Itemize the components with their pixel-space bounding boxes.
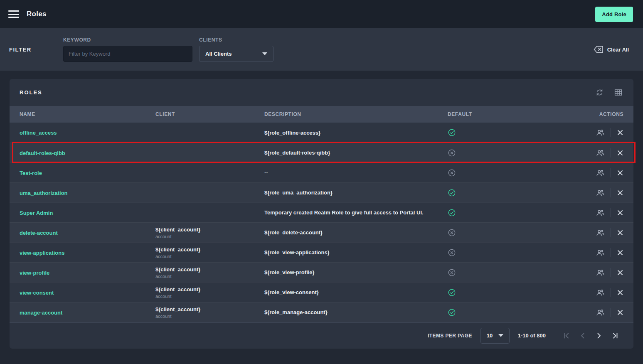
roles-card-header: ROLES xyxy=(10,79,633,106)
pagination-bar: ITEMS PER PAGE 10 1-10 of 800 xyxy=(10,322,633,349)
items-per-page-label: ITEMS PER PAGE xyxy=(428,333,472,339)
client-id: account xyxy=(155,254,264,259)
delete-role-icon[interactable] xyxy=(617,289,623,296)
default-true-icon xyxy=(448,128,456,137)
role-name-link[interactable]: uma_authorization xyxy=(20,190,68,196)
delete-role-icon[interactable] xyxy=(617,129,623,136)
table-row: view-consent ${client_account} account $… xyxy=(10,282,633,302)
default-false-icon xyxy=(448,149,456,157)
refresh-icon[interactable] xyxy=(595,88,604,97)
add-role-button[interactable]: Add Role xyxy=(595,7,633,22)
actions-divider xyxy=(611,248,611,257)
actions-divider xyxy=(611,308,611,317)
delete-role-icon[interactable] xyxy=(617,309,623,316)
client-name: ${client_account} xyxy=(155,246,264,253)
assign-users-icon[interactable] xyxy=(596,209,605,217)
clear-all-label: Clear All xyxy=(607,47,629,53)
top-bar: Roles Add Role xyxy=(0,0,643,28)
table-row: view-applications ${client_account} acco… xyxy=(10,242,633,262)
client-name: ${client_account} xyxy=(155,286,264,293)
table-row: offline_access ${role_offline-access} xyxy=(10,123,633,143)
role-description: -- xyxy=(264,170,448,176)
default-cell xyxy=(448,169,577,177)
role-description: ${role_view-profile} xyxy=(264,269,448,275)
role-name-link[interactable]: delete-account xyxy=(20,230,58,236)
default-cell xyxy=(448,268,577,277)
role-name-link[interactable]: offline_access xyxy=(20,130,57,136)
client-name: ${client_account} xyxy=(155,226,264,233)
assign-users-icon[interactable] xyxy=(596,189,605,197)
menu-icon[interactable] xyxy=(8,10,19,18)
actions-divider xyxy=(611,288,611,297)
actions-divider xyxy=(611,128,611,137)
table-row: Super Admin Temporary created Realm Role… xyxy=(10,202,633,222)
role-name-link[interactable]: view-profile xyxy=(20,270,49,276)
table-row: delete-account ${client_account} account… xyxy=(10,222,633,242)
column-header-default: DEFAULT xyxy=(448,111,577,117)
assign-users-icon[interactable] xyxy=(596,268,605,277)
next-page-icon[interactable] xyxy=(596,332,602,339)
keyword-input[interactable] xyxy=(63,46,192,62)
default-true-icon xyxy=(448,189,456,197)
default-cell xyxy=(448,128,577,137)
table-row: view-profile ${client_account} account $… xyxy=(10,262,633,282)
actions-divider xyxy=(611,268,611,277)
items-per-page-value: 10 xyxy=(487,332,493,339)
client-cell: ${client_account} account xyxy=(155,306,264,319)
role-name-link[interactable]: default-roles-qibb xyxy=(20,150,65,156)
default-cell xyxy=(448,149,577,157)
role-name-link[interactable]: Super Admin xyxy=(20,210,53,216)
assign-users-icon[interactable] xyxy=(596,229,605,237)
assign-users-icon[interactable] xyxy=(596,149,605,157)
delete-role-icon[interactable] xyxy=(617,249,623,256)
clear-all-button[interactable]: Clear All xyxy=(594,46,629,53)
role-description: ${role_view-applications} xyxy=(264,249,448,256)
assign-users-icon[interactable] xyxy=(596,169,605,177)
default-false-icon xyxy=(448,169,456,177)
delete-role-icon[interactable] xyxy=(617,150,623,156)
delete-role-icon[interactable] xyxy=(617,209,623,216)
default-cell xyxy=(448,189,577,197)
delete-role-icon[interactable] xyxy=(617,229,623,236)
last-page-icon[interactable] xyxy=(612,332,618,339)
role-description: Temporary created Realm Role to give ful… xyxy=(264,209,448,216)
delete-role-icon[interactable] xyxy=(617,170,623,176)
items-per-page-select[interactable]: 10 xyxy=(480,328,510,344)
delete-role-icon[interactable] xyxy=(617,189,623,196)
assign-users-icon[interactable] xyxy=(596,128,605,137)
default-false-icon xyxy=(448,229,456,237)
role-description: ${role_default-roles-qibb} xyxy=(264,150,448,156)
role-name-link[interactable]: Test-role xyxy=(20,170,42,176)
client-id: account xyxy=(155,234,264,239)
table-row: default-roles-qibb ${role_default-roles-… xyxy=(10,143,633,162)
first-page-icon[interactable] xyxy=(563,332,570,339)
default-true-icon xyxy=(448,308,456,317)
default-cell xyxy=(448,229,577,237)
role-description: ${role_view-consent} xyxy=(264,289,448,295)
client-cell: ${client_account} account xyxy=(155,286,264,299)
assign-users-icon[interactable] xyxy=(596,308,605,317)
client-cell: ${client_account} account xyxy=(155,226,264,239)
delete-role-icon[interactable] xyxy=(617,269,623,276)
clients-label: CLIENTS xyxy=(199,37,273,43)
previous-page-icon[interactable] xyxy=(579,332,586,339)
table-header-row: NAME CLIENT DESCRIPTION DEFAULT ACTIONS xyxy=(10,106,633,123)
default-cell xyxy=(448,248,577,257)
clients-selected-value: All Clients xyxy=(205,51,232,57)
clients-select[interactable]: All Clients xyxy=(199,46,273,62)
assign-users-icon[interactable] xyxy=(596,248,605,257)
role-name-link[interactable]: view-consent xyxy=(20,290,54,296)
role-description: ${role_uma_authorization} xyxy=(264,189,448,196)
filter-bar: FILTER KEYWORD CLIENTS All Clients Clear… xyxy=(0,28,643,71)
actions-divider xyxy=(611,168,611,177)
backspace-clear-icon xyxy=(594,46,604,53)
roles-section-title: ROLES xyxy=(20,89,42,96)
column-header-client: CLIENT xyxy=(155,111,264,117)
role-name-link[interactable]: manage-account xyxy=(20,310,62,316)
roles-card: ROLES NAME CLIENT DESCRIPTION DEFAULT AC… xyxy=(10,79,633,349)
table-row: uma_authorization ${role_uma_authorizati… xyxy=(10,182,633,202)
role-name-link[interactable]: view-applications xyxy=(20,250,64,256)
assign-users-icon[interactable] xyxy=(596,288,605,297)
table-view-icon[interactable] xyxy=(614,88,623,97)
default-cell xyxy=(448,288,577,297)
